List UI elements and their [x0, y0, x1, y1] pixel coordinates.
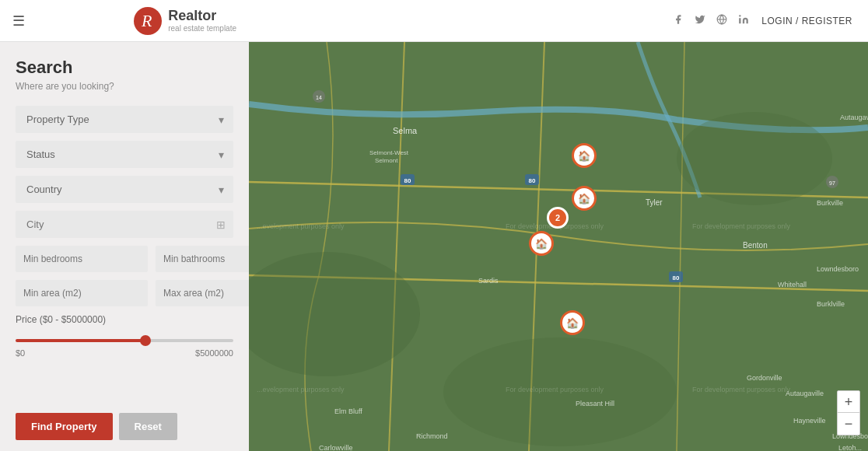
min-bedrooms-input[interactable]	[16, 246, 148, 272]
twitter-icon[interactable]	[695, 14, 705, 27]
min-bathrooms-input[interactable]	[156, 246, 249, 272]
map-pin-cluster[interactable]: 2	[547, 207, 572, 232]
search-section: Search Where are you looking? Property T…	[0, 42, 249, 405]
price-label: Price ($0 - $5000000)	[16, 314, 233, 325]
svg-text:Burkville: Burkville	[817, 199, 843, 207]
svg-text:...evelopment purposes only: ...evelopment purposes only	[257, 222, 345, 230]
find-property-button[interactable]: Find Property	[16, 413, 113, 440]
zoom-control: + −	[837, 390, 860, 435]
logo-icon: R	[134, 7, 162, 35]
country-wrapper: Country USA UK	[16, 176, 233, 203]
reset-button[interactable]: Reset	[119, 413, 177, 440]
city-input[interactable]	[16, 211, 233, 238]
map-background[interactable]: 80 80 80 14 97 Selma Selmont-West Selmon…	[249, 42, 868, 451]
search-title: Search	[16, 58, 233, 78]
map-pin-2[interactable]: 🏠	[572, 186, 597, 211]
svg-text:Richmond: Richmond	[416, 432, 448, 440]
svg-text:For development purposes only: For development purposes only	[692, 222, 791, 230]
svg-point-4	[739, 15, 740, 16]
property-type-select[interactable]: Property Type House Apartment Commercial	[16, 106, 233, 133]
price-range-labels: $0 $5000000	[16, 348, 233, 358]
svg-text:Sardis: Sardis	[478, 277, 499, 285]
city-wrapper: ⊞	[16, 211, 233, 238]
svg-text:...evelopment purposes only: ...evelopment purposes only	[257, 386, 345, 393]
nav-bar: LOGIN / REGISTER	[249, 0, 868, 42]
map-pin-3[interactable]: 🏠	[529, 231, 554, 256]
property-type-wrapper: Property Type House Apartment Commercial	[16, 106, 233, 133]
svg-text:Selmont-West: Selmont-West	[369, 149, 409, 156]
price-slider-wrapper	[16, 331, 233, 345]
linkedin-icon[interactable]	[738, 14, 749, 27]
svg-text:Selma: Selma	[393, 126, 418, 135]
bottom-buttons: Find Property Reset	[0, 405, 249, 451]
menu-icon[interactable]: ☰	[12, 12, 25, 30]
svg-text:80: 80	[529, 177, 536, 184]
map-pin-4[interactable]: 🏠	[560, 310, 585, 335]
location-icon: ⊞	[216, 219, 226, 231]
svg-point-12	[677, 112, 832, 205]
svg-text:Autaugaville: Autaugaville	[786, 390, 824, 397]
svg-text:Pleasant Hill: Pleasant Hill	[576, 400, 614, 407]
globe-icon[interactable]	[716, 14, 727, 27]
area-row	[16, 280, 233, 306]
svg-text:14: 14	[316, 95, 322, 100]
svg-text:Autaugaville: Autaugaville	[840, 114, 868, 121]
social-icons	[673, 14, 749, 27]
svg-text:Carlowville: Carlowville	[319, 444, 353, 451]
min-area-input[interactable]	[16, 280, 148, 306]
svg-text:Benton: Benton	[743, 241, 768, 250]
search-subtitle: Where are you looking?	[16, 81, 233, 92]
status-select[interactable]: Status For Sale For Rent	[16, 141, 233, 168]
svg-text:80: 80	[404, 177, 411, 184]
facebook-icon[interactable]	[673, 14, 684, 27]
svg-text:Gordonville: Gordonville	[747, 374, 782, 382]
svg-text:80: 80	[673, 274, 680, 281]
price-max-label: $5000000	[195, 348, 233, 358]
bed-bath-row	[16, 246, 233, 272]
max-area-input[interactable]	[156, 280, 249, 306]
map-area: LOGIN / REGISTER	[249, 0, 868, 451]
login-register-link[interactable]: LOGIN / REGISTER	[761, 16, 852, 26]
sidebar: ☰ R Realtor real estate template Search …	[0, 0, 249, 451]
zoom-in-button[interactable]: +	[838, 391, 859, 413]
sidebar-top-bar: ☰ R Realtor real estate template	[0, 0, 249, 42]
svg-text:Tyler: Tyler	[646, 198, 663, 207]
logo-area: R Realtor real estate template	[134, 7, 236, 35]
svg-text:Letoh...: Letoh...	[838, 444, 862, 451]
svg-text:Lowndesboro: Lowndesboro	[817, 265, 859, 273]
logo-subtitle: real estate template	[168, 24, 236, 33]
status-wrapper: Status For Sale For Rent	[16, 141, 233, 168]
logo-text: Realtor real estate template	[168, 9, 236, 33]
price-slider[interactable]	[16, 339, 233, 342]
svg-text:Burklville: Burklville	[817, 300, 845, 308]
country-select[interactable]: Country USA UK	[16, 176, 233, 203]
svg-text:Hayneville: Hayneville	[793, 417, 826, 425]
svg-text:For development purposes only: For development purposes only	[692, 386, 791, 393]
svg-text:Whitehall: Whitehall	[778, 281, 807, 288]
svg-text:R: R	[141, 11, 152, 30]
map-svg: 80 80 80 14 97 Selma Selmont-West Selmon…	[249, 42, 868, 451]
map-pin-1[interactable]: 🏠	[572, 143, 597, 168]
logo-title: Realtor	[168, 9, 236, 24]
svg-text:Selmont: Selmont	[375, 157, 398, 164]
svg-text:For development purposes only: For development purposes only	[506, 386, 604, 393]
svg-text:Elm Bluff: Elm Bluff	[334, 407, 362, 415]
price-min-label: $0	[16, 348, 25, 358]
zoom-out-button[interactable]: −	[838, 413, 859, 435]
svg-text:97: 97	[829, 180, 835, 186]
